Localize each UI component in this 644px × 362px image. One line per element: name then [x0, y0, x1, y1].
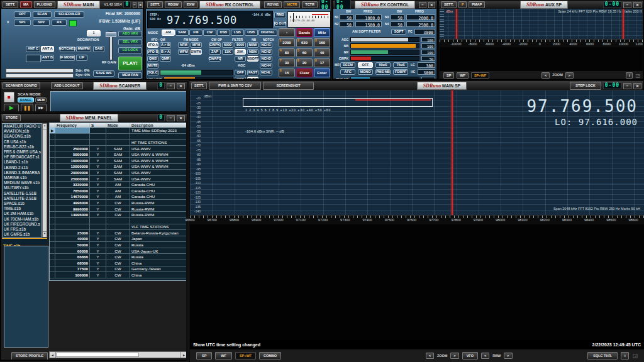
play-button[interactable]: PLAY! [118, 57, 142, 70]
cell-frequency[interactable]: 15000000 [55, 164, 90, 170]
nbw-button[interactable]: NBW [247, 42, 258, 48]
cell-description[interactable]: USA-WWV & WWVH [130, 158, 186, 163]
squelch-slider[interactable] [160, 70, 233, 75]
cell-mode[interactable] [106, 134, 130, 140]
cell-frequency[interactable]: 40000 [55, 236, 90, 242]
bank-file-item[interactable]: FRS & GMRS USA.s [3, 150, 42, 155]
cell-frequency[interactable]: 7850000 [55, 188, 90, 194]
mode-lsb-button[interactable]: LSB [231, 30, 244, 36]
main-sett-button[interactable]: SETT. [3, 1, 18, 8]
sp-sp-wf-button[interactable]: SP+WF [235, 352, 256, 360]
cell-mode[interactable]: SAM [106, 146, 130, 151]
selected-bank-row[interactable]: TIME.s1b [2, 238, 47, 244]
nchl-button[interactable]: NCHL [260, 70, 272, 75]
nr-button[interactable]: NR [235, 56, 246, 62]
table-row[interactable]: ▶TIME-Mike SDRplay-2023 [50, 128, 186, 134]
aux-wf-button[interactable]: WF [457, 72, 469, 79]
cell-s[interactable]: Y [90, 248, 106, 254]
bank-file-item[interactable]: SATELLITE-1.S1B [3, 191, 42, 196]
filter-20k-button[interactable]: 20K [235, 49, 246, 55]
cell-description[interactable]: TIME-Mike SDRplay-2023 [130, 128, 186, 133]
cell-frequency[interactable]: 5000000 [55, 151, 90, 157]
cell-s[interactable] [90, 218, 106, 224]
mono-button[interactable]: MONO [358, 69, 373, 75]
table-row[interactable]: 68500YCWChina [50, 260, 186, 266]
b-to-a-button[interactable]: B > A [160, 49, 171, 55]
cell-frequency[interactable]: 68500 [55, 260, 90, 266]
aux-sett-button[interactable]: SETT. [441, 1, 457, 8]
cell-description[interactable]: HF TIME STATIONS [130, 140, 186, 145]
cell-mode[interactable]: CW [106, 266, 130, 272]
scan-button[interactable]: SCAN [33, 11, 52, 18]
add-lockout-button[interactable]: ADD LOCKOUT [51, 82, 83, 89]
cell-s[interactable]: Y [90, 242, 106, 248]
mem-table[interactable]: Frequency S Mode Description ▶TIME-Mike … [49, 123, 186, 281]
cell-description[interactable]: USA-WWV [130, 170, 186, 175]
aux-zoom-out-button[interactable]: < [541, 72, 550, 79]
sp-zoom-in-button[interactable]: > [450, 353, 458, 359]
keypad-mhz-key[interactable]: MHz [314, 28, 330, 37]
lc-value[interactable]: 300 [418, 62, 435, 68]
cell-frequency[interactable]: 100000 [55, 272, 90, 278]
agc-med-button[interactable]: MED [235, 77, 246, 79]
a-to-b-button[interactable]: A > B [160, 42, 171, 48]
nch4-button[interactable]: NCH4 [260, 63, 272, 69]
cell-description[interactable]: USA-WWV [130, 146, 186, 151]
bank-file-item[interactable]: UK 70CM-HAM.s1b [3, 217, 42, 222]
aux-waterfall[interactable] [440, 47, 643, 71]
sp-sp-button[interactable]: SP [196, 352, 212, 360]
keypad-630-key[interactable]: 2630 [296, 38, 313, 47]
scan-stop-button[interactable]: ■ [4, 92, 14, 102]
cell-mode[interactable]: AM [106, 182, 130, 187]
cell-s[interactable]: Y [90, 206, 106, 212]
table-row[interactable]: VLF TIME STATIONS [50, 224, 186, 231]
n3-bw-value[interactable]: 50 [391, 14, 404, 20]
agc-slow-button[interactable]: SLOW [247, 77, 258, 79]
tctr-button[interactable]: TCTR [302, 1, 318, 8]
sp-combo-button[interactable]: COMBO [259, 352, 281, 360]
pms-nb-button[interactable]: PMS-NB [375, 69, 391, 75]
step-lock-button[interactable]: STEP LOCK [570, 82, 601, 90]
bank-file-item[interactable]: HF BROADCAST.s1 [3, 155, 42, 160]
cell-frequency[interactable] [55, 218, 90, 224]
aux-filter-edge-high[interactable] [623, 9, 624, 39]
cell-description[interactable]: VLF TIME STATIONS [130, 224, 186, 230]
agc-fast-button[interactable]: FAST [247, 70, 258, 75]
soft-button[interactable]: SOFT [391, 29, 406, 35]
notches-button[interactable]: NOTCHES [60, 46, 75, 52]
afc-button[interactable]: AFC [340, 69, 355, 75]
sp-waterfall[interactable] [190, 224, 644, 340]
lif-button[interactable]: LIF [76, 55, 87, 61]
main-close-button[interactable]: ✕ [138, 2, 143, 8]
cell-mode[interactable]: CW [106, 272, 130, 278]
cell-description[interactable]: Russia-RWM [130, 212, 186, 217]
main-minimize-button[interactable]: − [133, 2, 136, 8]
cell-description[interactable]: Canada-CHU [130, 188, 186, 194]
table-row[interactable]: 15000000YSAMUSA-WWV & WWVH [50, 164, 186, 170]
rx-sett-button[interactable]: SETT. [147, 1, 163, 8]
cell-mode[interactable] [106, 140, 130, 145]
mw-fm-notch-button[interactable]: MW/FM [76, 46, 91, 52]
dab-notch-button[interactable]: DAB [93, 46, 104, 52]
sqlc-thr-button[interactable]: SQLC THR. [587, 352, 618, 360]
slider-track-nb[interactable] [350, 43, 419, 48]
cell-s[interactable]: Y [90, 158, 106, 163]
mode-digital-button[interactable]: DIGITAL [258, 30, 277, 36]
deem-50us-button[interactable]: 50uS [375, 62, 391, 68]
cell-frequency[interactable] [55, 134, 90, 140]
aux-resize-corner-icon[interactable]: ◲ [635, 73, 640, 79]
scan-skip-button[interactable]: ▶▶ [35, 104, 47, 111]
rx-button[interactable]: RX [52, 19, 67, 26]
n2-freq-value[interactable]: 1500.0 [355, 21, 382, 27]
filter-8000-button[interactable]: 8000 [235, 42, 246, 48]
scroll-down-icon[interactable]: ▼ [43, 231, 47, 237]
cell-frequency[interactable]: 2500000 [55, 146, 90, 151]
scan-pause-button[interactable]: ❚❚ [21, 104, 33, 111]
cell-description[interactable]: China [130, 260, 186, 266]
cell-s[interactable] [90, 224, 106, 230]
sp-spectrum[interactable]: -20-25-30-35-40-45-50-55-60-65-70-75-80-… [190, 90, 644, 215]
table-row[interactable] [50, 218, 186, 224]
mode-cw-button[interactable]: CW [203, 30, 216, 36]
keypad-2200-key[interactable]: 12200 [279, 38, 295, 47]
keypad-bands-key[interactable]: Bands [296, 28, 313, 37]
